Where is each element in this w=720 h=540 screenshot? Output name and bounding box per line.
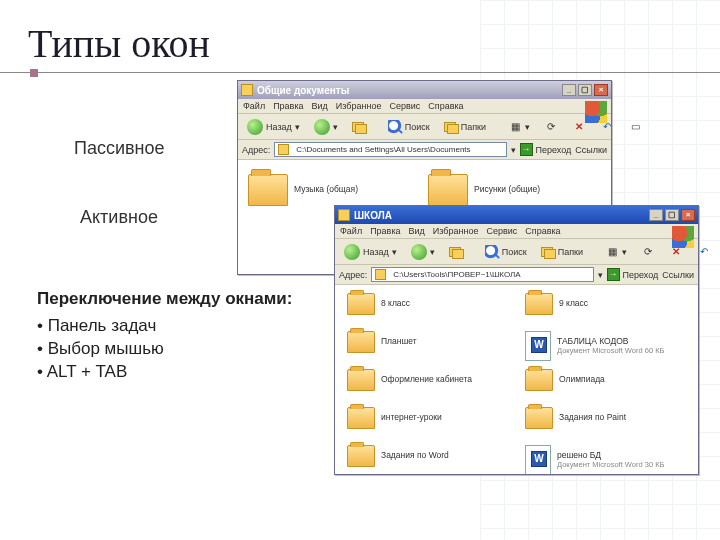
sync-icon: ⟳ (641, 245, 655, 259)
address-label: Адрес: (339, 270, 367, 280)
search-icon (485, 245, 499, 259)
views-icon: ▦ (508, 120, 522, 134)
back-button[interactable]: Назад ▾ (339, 242, 402, 262)
folder-item[interactable]: Олимпиада (525, 369, 605, 391)
titlebar[interactable]: ШКОЛА _ ▢ × (335, 206, 698, 224)
address-field[interactable]: C:\Users\Tools\ПРОВЕР~1\ШКОЛА (371, 267, 593, 282)
address-bar: Адрес: C:\Documents and Settings\All Use… (238, 140, 611, 160)
switching-list: Панель задач Выбор мышью ALT + TAB (37, 315, 292, 384)
menu-item[interactable]: Файл (243, 101, 265, 111)
word-doc-icon (525, 445, 551, 474)
folder-icon (338, 209, 350, 221)
windows-logo-icon (585, 101, 607, 123)
forward-button[interactable]: ▾ (309, 117, 343, 137)
back-icon (247, 119, 263, 135)
menu-bar: Файл Правка Вид Избранное Сервис Справка (238, 99, 611, 114)
folder-item-label: Задания по Word (381, 451, 449, 461)
menu-item[interactable]: Файл (340, 226, 362, 236)
address-value: C:\Users\Tools\ПРОВЕР~1\ШКОЛА (393, 270, 520, 279)
folder-item[interactable]: Рисунки (общие) (428, 174, 540, 206)
close-button[interactable]: × (594, 84, 608, 96)
go-button[interactable]: →Переход (607, 268, 659, 281)
close-button[interactable]: × (681, 209, 695, 221)
forward-icon (314, 119, 330, 135)
dropdown-icon[interactable]: ▾ (511, 145, 516, 155)
folder-item[interactable]: 8 класс (347, 293, 410, 315)
file-item-label: решено БД (557, 450, 601, 460)
sync-icon: ⟳ (544, 120, 558, 134)
folders-button[interactable]: Папки (536, 242, 588, 262)
menu-item[interactable]: Избранное (433, 226, 479, 236)
address-bar: Адрес: C:\Users\Tools\ПРОВЕР~1\ШКОЛА ▾ →… (335, 265, 698, 285)
menu-item[interactable]: Справка (428, 101, 463, 111)
folder-item[interactable]: Оформление кабинета (347, 369, 472, 391)
menu-bar: Файл Правка Вид Избранное Сервис Справка (335, 224, 698, 239)
folder-item-label: Рисунки (общие) (474, 185, 540, 195)
folders-button[interactable]: Папки (439, 117, 491, 137)
menu-item[interactable]: Сервис (486, 226, 517, 236)
delete-icon: ✕ (572, 120, 586, 134)
menu-item[interactable]: Правка (273, 101, 303, 111)
minimize-button[interactable]: _ (562, 84, 576, 96)
search-button[interactable]: Поиск (383, 117, 435, 137)
folder-icon (525, 369, 553, 391)
dropdown-icon[interactable]: ▾ (598, 270, 603, 280)
folder-icon (347, 293, 375, 315)
address-field[interactable]: C:\Documents and Settings\All Users\Docu… (274, 142, 506, 157)
properties-button[interactable]: ▭ (623, 117, 647, 137)
up-button[interactable] (347, 117, 371, 137)
folder-item[interactable]: 9 класс (525, 293, 588, 315)
sync-button[interactable]: ⟳ (539, 117, 563, 137)
file-item-sub: Документ Microsoft Word 30 КБ (557, 461, 664, 470)
views-icon: ▦ (605, 245, 619, 259)
folder-icon (428, 174, 468, 206)
search-button[interactable]: Поиск (480, 242, 532, 262)
switching-item: Выбор мышью (37, 338, 292, 361)
label-passive-window: Пассивное (74, 138, 165, 159)
explorer-window-active[interactable]: ШКОЛА _ ▢ × Файл Правка Вид Избранное Се… (334, 205, 699, 475)
folder-item[interactable]: Задания по Paint (525, 407, 626, 429)
folder-icon (347, 445, 375, 467)
maximize-button[interactable]: ▢ (665, 209, 679, 221)
word-doc-icon (525, 331, 551, 361)
sync-button[interactable]: ⟳ (636, 242, 660, 262)
minimize-button[interactable]: _ (649, 209, 663, 221)
up-button[interactable] (444, 242, 468, 262)
views-button[interactable]: ▦▾ (600, 242, 632, 262)
menu-item[interactable]: Избранное (336, 101, 382, 111)
file-item[interactable]: ТАБЛИЦА КОДОВДокумент Microsoft Word 60 … (525, 331, 664, 361)
file-item-label: ТАБЛИЦА КОДОВ (557, 336, 628, 346)
menu-item[interactable]: Вид (312, 101, 328, 111)
label-active-window: Активное (80, 207, 158, 228)
folder-item[interactable]: Планшет (347, 331, 417, 353)
maximize-button[interactable]: ▢ (578, 84, 592, 96)
menu-item[interactable]: Вид (409, 226, 425, 236)
folder-icon (375, 269, 386, 280)
forward-button[interactable]: ▾ (406, 242, 440, 262)
back-button[interactable]: Назад ▾ (242, 117, 305, 137)
back-icon (344, 244, 360, 260)
menu-item[interactable]: Правка (370, 226, 400, 236)
folder-icon (278, 144, 289, 155)
folder-item[interactable]: Музыка (общая) (248, 174, 358, 206)
views-button[interactable]: ▦▾ (503, 117, 535, 137)
folder-item-label: 8 класс (381, 299, 410, 309)
folder-icon (347, 369, 375, 391)
undo-button[interactable]: ↶ (692, 242, 716, 262)
go-icon: → (607, 268, 620, 281)
file-item[interactable]: решено БДДокумент Microsoft Word 30 КБ (525, 445, 664, 474)
search-icon (388, 120, 402, 134)
folder-item-label: Олимпиада (559, 375, 605, 385)
menu-item[interactable]: Справка (525, 226, 560, 236)
folder-item[interactable]: интернет-уроки (347, 407, 442, 429)
folder-item[interactable]: Задания по Word (347, 445, 449, 467)
links-label: Ссылки (662, 270, 694, 280)
slide-title: Типы окон (28, 20, 210, 67)
go-button[interactable]: →Переход (520, 143, 572, 156)
content-area[interactable]: 8 класс Планшет Оформление кабинета инте… (335, 285, 698, 474)
menu-item[interactable]: Сервис (389, 101, 420, 111)
switching-block: Переключение между окнами: Панель задач … (37, 288, 292, 384)
folder-icon (241, 84, 253, 96)
titlebar[interactable]: Общие документы _ ▢ × (238, 81, 611, 99)
up-icon (449, 245, 463, 259)
